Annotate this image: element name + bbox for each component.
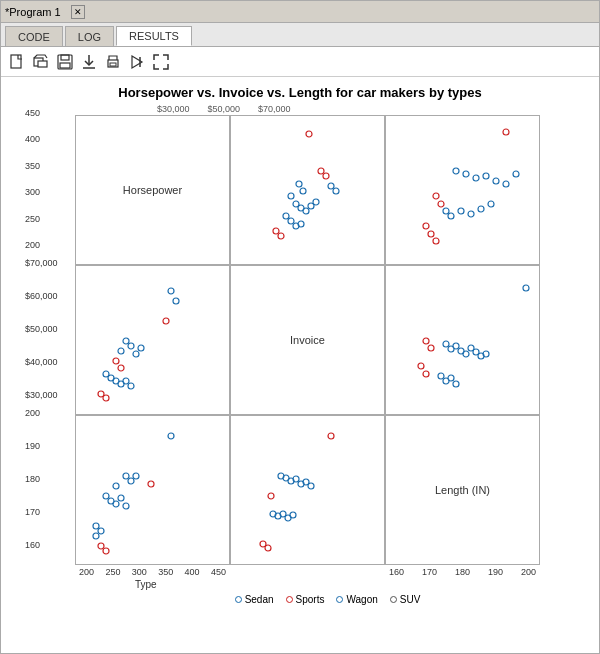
svg-point-82 xyxy=(438,373,444,379)
svg-point-58 xyxy=(113,358,119,364)
matrix-row-3: 200 190 180 170 160 xyxy=(75,415,580,565)
svg-point-99 xyxy=(93,533,99,539)
svg-point-54 xyxy=(128,343,134,349)
svg-point-19 xyxy=(300,188,306,194)
svg-point-110 xyxy=(268,493,274,499)
svg-point-40 xyxy=(438,201,444,207)
svg-rect-4 xyxy=(61,55,69,60)
close-button[interactable]: ✕ xyxy=(71,5,85,19)
svg-point-36 xyxy=(493,178,499,184)
svg-point-100 xyxy=(98,543,104,549)
svg-point-53 xyxy=(123,338,129,344)
svg-point-69 xyxy=(423,338,429,344)
legend-label-sedan: Sedan xyxy=(245,594,274,605)
svg-point-31 xyxy=(503,129,509,135)
legend-suv: SUV xyxy=(390,594,421,605)
cell-length-invoice xyxy=(230,415,385,565)
svg-point-56 xyxy=(133,351,139,357)
new-button[interactable] xyxy=(7,52,27,72)
legend-label-sports: Sports xyxy=(296,594,325,605)
cell-hp-label: Horsepower xyxy=(75,115,230,265)
x-axis-label: Type xyxy=(135,579,580,590)
svg-point-30 xyxy=(278,233,284,239)
svg-point-81 xyxy=(423,371,429,377)
print-button[interactable] xyxy=(103,52,123,72)
svg-point-98 xyxy=(98,528,104,534)
legend-label-wagon: Wagon xyxy=(346,594,377,605)
open-button[interactable] xyxy=(31,52,51,72)
cell-hp-length xyxy=(385,115,540,265)
svg-point-87 xyxy=(123,473,129,479)
toolbar xyxy=(1,47,599,77)
cell-invoice-label: Invoice xyxy=(230,265,385,415)
cell-invoice-length xyxy=(385,265,540,415)
scatter-matrix: $30,000 $50,000 $70,000 450 400 350 300 … xyxy=(75,104,580,605)
svg-point-38 xyxy=(513,171,519,177)
svg-point-80 xyxy=(418,363,424,369)
svg-point-55 xyxy=(118,348,124,354)
matrix-row-1: 450 400 350 300 250 200 Horsepower xyxy=(75,115,580,265)
svg-point-102 xyxy=(328,433,334,439)
svg-point-84 xyxy=(448,375,454,381)
y-axis-hp: 450 400 350 300 250 200 xyxy=(23,104,42,254)
legend-wagon: Wagon xyxy=(336,594,377,605)
svg-point-45 xyxy=(478,206,484,212)
chart-title: Horsepower vs. Invoice vs. Length for ca… xyxy=(20,85,580,100)
svg-point-115 xyxy=(290,512,296,518)
svg-point-65 xyxy=(128,383,134,389)
tab-results[interactable]: RESULTS xyxy=(116,26,192,46)
main-window: *Program 1 ✕ CODE LOG RESULTS xyxy=(0,0,600,654)
svg-point-59 xyxy=(118,365,124,371)
hp-label: Horsepower xyxy=(76,116,229,264)
svg-point-32 xyxy=(453,168,459,174)
legend-sedan: Sedan xyxy=(235,594,274,605)
svg-point-20 xyxy=(296,181,302,187)
svg-point-21 xyxy=(318,168,324,174)
window-title: *Program 1 xyxy=(5,6,61,18)
top-x-subtitle: $30,000 $50,000 $70,000 xyxy=(75,104,580,114)
svg-point-64 xyxy=(123,378,129,384)
tab-bar: CODE LOG RESULTS xyxy=(1,23,599,47)
svg-rect-2 xyxy=(38,61,47,67)
svg-point-37 xyxy=(503,181,509,187)
svg-point-86 xyxy=(168,433,174,439)
svg-point-44 xyxy=(468,211,474,217)
cell-hp-invoice xyxy=(230,115,385,265)
svg-point-89 xyxy=(133,473,139,479)
svg-rect-5 xyxy=(60,63,70,68)
svg-point-70 xyxy=(428,345,434,351)
svg-point-57 xyxy=(138,345,144,351)
svg-point-22 xyxy=(323,173,329,179)
svg-point-42 xyxy=(448,213,454,219)
svg-point-88 xyxy=(128,478,134,484)
save-button[interactable] xyxy=(55,52,75,72)
cell-invoice-hp xyxy=(75,265,230,415)
svg-point-73 xyxy=(453,343,459,349)
expand-button[interactable] xyxy=(151,52,171,72)
svg-point-34 xyxy=(473,175,479,181)
scatter-invoice-length-svg xyxy=(386,266,540,415)
svg-point-101 xyxy=(103,548,109,554)
svg-point-85 xyxy=(453,381,459,387)
svg-point-23 xyxy=(328,183,334,189)
svg-point-47 xyxy=(423,223,429,229)
run-button[interactable] xyxy=(127,52,147,72)
legend-dot-sports xyxy=(286,596,293,603)
svg-point-67 xyxy=(103,395,109,401)
svg-point-117 xyxy=(265,545,271,551)
tab-log[interactable]: LOG xyxy=(65,26,114,46)
svg-point-75 xyxy=(463,351,469,357)
chart-container: Horsepower vs. Invoice vs. Length for ca… xyxy=(20,85,580,605)
svg-point-26 xyxy=(288,218,294,224)
svg-point-46 xyxy=(488,201,494,207)
svg-point-33 xyxy=(463,171,469,177)
legend-dot-suv xyxy=(390,596,397,603)
svg-point-25 xyxy=(283,213,289,219)
scatter-hp-invoice-svg xyxy=(231,116,385,265)
legend-dot-wagon xyxy=(336,596,343,603)
scatter-hp-length-svg xyxy=(386,116,540,265)
tab-code[interactable]: CODE xyxy=(5,26,63,46)
svg-point-91 xyxy=(148,481,154,487)
svg-point-97 xyxy=(93,523,99,529)
download-button[interactable] xyxy=(79,52,99,72)
